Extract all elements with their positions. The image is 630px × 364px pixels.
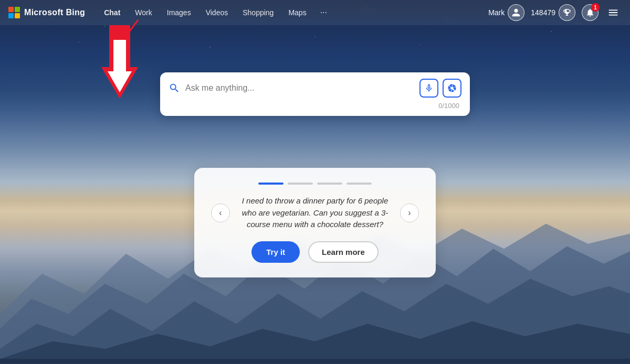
microphone-icon — [424, 83, 434, 93]
nav-more-button[interactable]: ··· — [315, 5, 332, 20]
camera-icon — [447, 83, 457, 93]
try-it-button[interactable]: Try it — [251, 241, 300, 263]
progress-dot-2 — [288, 183, 313, 185]
trophy-icon-badge — [559, 4, 575, 21]
nav-videos[interactable]: Videos — [200, 5, 235, 20]
progress-dot-1 — [258, 183, 284, 185]
notification-button[interactable]: 1 — [582, 4, 598, 21]
progress-dot-4 — [346, 183, 372, 185]
points-value: 148479 — [531, 8, 555, 17]
search-box: 0/1000 — [160, 72, 470, 116]
prev-suggestion-button[interactable]: ‹ — [211, 204, 230, 222]
microsoft-logo-icon — [8, 7, 20, 18]
next-suggestion-button[interactable]: › — [400, 204, 419, 222]
user-name: Mark — [488, 8, 505, 17]
search-input[interactable] — [185, 83, 414, 93]
person-icon — [511, 8, 521, 17]
suggestion-buttons: Try it Learn more — [211, 241, 419, 263]
notification-count: 1 — [591, 3, 600, 12]
hamburger-menu-button[interactable] — [605, 4, 622, 21]
red-arrow-icon — [88, 15, 156, 109]
camera-button[interactable] — [443, 79, 461, 98]
svg-rect-4 — [0, 359, 630, 364]
microphone-button[interactable] — [419, 79, 438, 98]
char-count: 0/1000 — [169, 102, 461, 110]
user-avatar — [508, 4, 524, 21]
search-icon — [169, 82, 180, 94]
arrow-annotation — [88, 15, 156, 109]
trophy-icon — [562, 8, 572, 17]
progress-dot-3 — [317, 183, 342, 185]
search-input-row — [169, 79, 461, 98]
brand-name: Microsoft Bing — [24, 8, 85, 17]
suggestion-text: I need to throw a dinner party for 6 peo… — [236, 195, 394, 231]
progress-dots — [211, 183, 419, 185]
learn-more-button[interactable]: Learn more — [308, 241, 379, 263]
suggestion-nav: ‹ I need to throw a dinner party for 6 p… — [211, 195, 419, 231]
user-profile[interactable]: Mark — [488, 4, 524, 21]
menu-icon — [607, 7, 619, 18]
nav-shopping[interactable]: Shopping — [236, 5, 280, 20]
nav-images[interactable]: Images — [161, 5, 197, 20]
nav-maps[interactable]: Maps — [282, 5, 312, 20]
points-section[interactable]: 148479 — [531, 4, 575, 21]
search-actions — [419, 79, 461, 98]
nav-right: Mark 148479 1 — [488, 4, 622, 21]
suggestion-card: ‹ I need to throw a dinner party for 6 p… — [194, 168, 436, 277]
search-container: 0/1000 — [160, 72, 470, 116]
logo[interactable]: Microsoft Bing — [8, 7, 85, 18]
